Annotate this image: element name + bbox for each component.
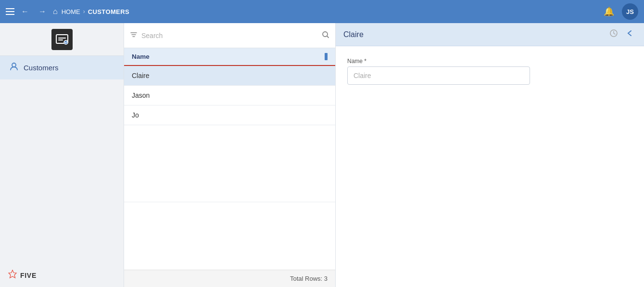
total-rows-label: Total Rows: 3	[290, 275, 328, 282]
home-icon: ⌂	[53, 7, 58, 16]
sidebar: Customers FIVE	[0, 23, 124, 287]
svg-point-3	[64, 40, 68, 44]
five-logo-text: FIVE	[20, 272, 37, 279]
svg-rect-1	[58, 38, 66, 39]
detail-header: Claire	[336, 23, 644, 46]
column-header-name: Name	[132, 53, 325, 60]
list-item[interactable]: Jo	[124, 105, 335, 125]
svg-rect-2	[58, 39, 63, 40]
name-input[interactable]	[347, 66, 530, 85]
content-area: Name Claire Jason Jo Total	[124, 23, 644, 287]
main-layout: Customers FIVE	[0, 23, 644, 287]
list-row-empty	[124, 125, 335, 202]
topbar: ← → ⌂ HOME › CUSTOMERS 🔔 JS	[0, 0, 644, 23]
filter-icon	[130, 31, 138, 40]
svg-point-4	[12, 63, 16, 67]
five-logo: FIVE	[8, 269, 116, 281]
search-bar	[124, 23, 335, 48]
search-input[interactable]	[141, 32, 318, 39]
name-label: Name *	[347, 58, 632, 65]
list-item-name: Claire	[132, 72, 150, 79]
list-table: Name Claire Jason Jo	[124, 48, 335, 270]
list-item-name: Jo	[132, 111, 139, 119]
menu-icon[interactable]	[6, 8, 14, 15]
list-footer: Total Rows: 3	[124, 270, 335, 287]
name-field: Name *	[347, 58, 632, 85]
avatar[interactable]: JS	[622, 3, 638, 20]
svg-marker-5	[9, 270, 16, 278]
list-rows: Claire Jason Jo	[124, 66, 335, 270]
sidebar-bottom: FIVE	[0, 263, 124, 287]
list-item-name: Jason	[132, 91, 150, 99]
customers-icon	[9, 62, 19, 74]
forward-button[interactable]: →	[36, 5, 49, 18]
sidebar-item-label: Customers	[24, 64, 59, 72]
list-header: Name	[124, 48, 335, 66]
back-detail-button[interactable]	[624, 27, 636, 42]
breadcrumb-current: CUSTOMERS	[88, 8, 129, 15]
breadcrumb: HOME › CUSTOMERS	[62, 8, 129, 15]
detail-title: Claire	[343, 30, 604, 39]
sidebar-logo-area	[0, 23, 124, 56]
svg-line-11	[327, 36, 328, 38]
history-button[interactable]	[607, 27, 620, 42]
sidebar-nav: Customers	[0, 56, 124, 263]
sidebar-item-customers[interactable]: Customers	[0, 56, 124, 79]
app-logo	[51, 29, 73, 50]
breadcrumb-separator: ›	[83, 8, 85, 15]
list-item[interactable]: Claire	[124, 66, 335, 86]
notifications-icon[interactable]: 🔔	[604, 6, 614, 17]
home-label[interactable]: HOME	[62, 8, 80, 15]
detail-body: Name *	[336, 46, 644, 104]
list-panel: Name Claire Jason Jo Total	[124, 23, 336, 287]
list-item[interactable]: Jason	[124, 86, 335, 105]
back-button[interactable]: ←	[18, 5, 32, 18]
detail-panel: Claire Name *	[336, 23, 644, 287]
search-icon	[322, 31, 329, 40]
five-logo-icon	[8, 269, 17, 281]
